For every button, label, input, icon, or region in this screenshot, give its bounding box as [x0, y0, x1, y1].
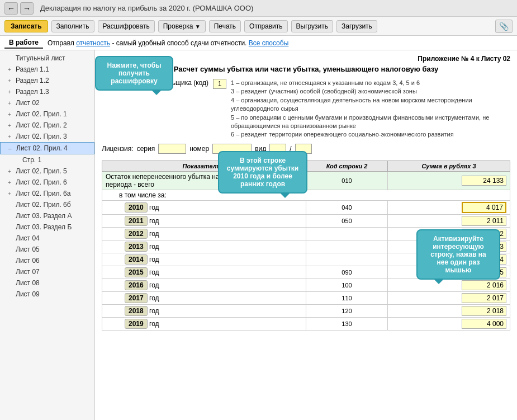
status-otprav: Отправл — [48, 39, 74, 47]
sidebar: Титульный лист+Раздел 1.1+Раздел 1.2+Раз… — [0, 50, 95, 420]
back-button[interactable]: ← — [4, 2, 18, 15]
year-unit-2010: год — [149, 204, 159, 211]
sidebar-item-list02pril6b[interactable]: Лист 02. Прил. 6б — [0, 199, 94, 210]
sidebar-item-razdel12[interactable]: +Раздел 1.2 — [0, 75, 94, 86]
year-row-value-2018[interactable] — [388, 304, 510, 317]
year-unit-2013: год — [149, 243, 159, 251]
rasshifrovat-button[interactable]: Расшифровать — [98, 20, 155, 32]
sidebar-label-list02pril4: Лист 02. Прил. 4 — [16, 144, 68, 152]
content-area: Нажмите, чтобы получить расшифровку Прил… — [95, 50, 517, 420]
year-row-value-2019[interactable] — [388, 317, 510, 330]
main-row-value[interactable] — [388, 171, 510, 190]
sidebar-item-list02pril6[interactable]: +Лист 02. Прил. 6 — [0, 177, 94, 188]
year-badge-2012: 2012 — [125, 229, 148, 239]
year-unit-2018: год — [149, 307, 159, 315]
licenziya-seriya-input[interactable] — [158, 144, 186, 154]
priznak-input[interactable] — [213, 79, 226, 89]
table-row-year-2010[interactable]: 2010 год 040 — [102, 200, 510, 214]
year-input-2019[interactable] — [462, 319, 506, 329]
sidebar-item-titulny[interactable]: Титульный лист — [0, 53, 94, 64]
forward-button[interactable]: → — [20, 2, 34, 15]
attachment-button[interactable]: 📎 — [495, 20, 513, 33]
sidebar-item-list09[interactable]: Лист 09 — [0, 289, 94, 300]
vygruzit-button[interactable]: Выгрузить — [291, 20, 334, 32]
table-row-year-2016[interactable]: 2016 год 100 — [102, 279, 510, 291]
year-row-code-2017: 110 — [306, 291, 388, 304]
sidebar-label-list03razdelA: Лист 03. Раздел А — [16, 212, 72, 220]
priznak-desc-item: 5 – по операциям с ценными бумагами и пр… — [231, 114, 510, 131]
sidebar-item-list03razdelB[interactable]: Лист 03. Раздел Б — [0, 221, 94, 233]
sidebar-item-list02pril5[interactable]: +Лист 02. Прил. 5 — [0, 166, 94, 177]
sidebar-label-razdel11: Раздел 1.1 — [16, 65, 49, 73]
year-row-label-2010: 2010 год — [102, 200, 306, 214]
sidebar-item-razdel11[interactable]: +Раздел 1.1 — [0, 64, 94, 75]
all-ways-link[interactable]: Все способы — [249, 39, 289, 47]
expand-icon-razdel11: + — [8, 67, 13, 73]
priznak-desc-item: 1 – организация, не относящаяся к указан… — [231, 79, 510, 87]
year-row-code-2018: 120 — [306, 304, 388, 317]
form-title: Расчет суммы убытка или части убытка, ум… — [174, 65, 439, 73]
main-row-code: 010 — [306, 171, 388, 190]
year-input-2011[interactable] — [462, 216, 506, 226]
tooltip-rasshifrovat: Нажмите, чтобы получить расшифровку — [95, 56, 173, 91]
sidebar-label-list06: Лист 06 — [16, 257, 40, 265]
year-badge-2019: 2019 — [125, 319, 148, 329]
expand-icon-list02: + — [8, 100, 13, 106]
sidebar-item-str1[interactable]: Стр. 1 — [0, 154, 94, 166]
sidebar-item-list08[interactable]: Лист 08 — [0, 277, 94, 289]
status-tab-v-rabote[interactable]: В работе — [4, 37, 43, 49]
zagruzit-button[interactable]: Загрузить — [336, 20, 377, 32]
table-row-year-2017[interactable]: 2017 год 110 — [102, 291, 510, 304]
year-badge-2018: 2018 — [125, 306, 148, 316]
sidebar-item-list02pril1[interactable]: +Лист 02. Прил. 1 — [0, 108, 94, 120]
status-desc: отчетность - самый удобный способ сдачи … — [74, 39, 289, 47]
main-row-input[interactable] — [462, 176, 506, 186]
expand-icon-list02pril1: + — [8, 111, 13, 117]
year-input-2010[interactable] — [462, 202, 506, 213]
table-row-year-2019[interactable]: 2019 год 130 — [102, 317, 510, 330]
main-layout: Титульный лист+Раздел 1.1+Раздел 1.2+Раз… — [0, 50, 517, 420]
expand-icon-list02pril2: + — [8, 122, 13, 129]
sidebar-label-list02pril2: Лист 02. Прил. 2 — [16, 121, 67, 129]
sidebar-label-list04: Лист 04 — [16, 234, 40, 242]
year-row-value-2016[interactable] — [388, 279, 510, 291]
sidebar-label-list03razdelB: Лист 03. Раздел Б — [16, 223, 72, 231]
sidebar-item-list03razdelA[interactable]: Лист 03. Раздел А — [0, 210, 94, 221]
sidebar-item-list02[interactable]: +Лист 02 — [0, 97, 94, 108]
year-input-2017[interactable] — [462, 293, 506, 303]
appendix-header: Приложение № 4 к Листу 02 — [418, 55, 510, 63]
proverka-button[interactable]: Проверка ▼ — [158, 20, 206, 32]
sidebar-label-list07: Лист 07 — [16, 268, 40, 276]
year-input-2018[interactable] — [462, 306, 506, 316]
year-row-value-2010[interactable] — [388, 200, 510, 214]
year-row-value-2011[interactable] — [388, 214, 510, 227]
pechat-button[interactable]: Печать — [209, 20, 241, 32]
sidebar-item-list06[interactable]: Лист 06 — [0, 255, 94, 266]
year-row-label-2013: 2013 год — [102, 240, 306, 253]
year-row-value-2017[interactable] — [388, 291, 510, 304]
zapisat-button[interactable]: Записать — [4, 20, 48, 32]
sidebar-label-list02pril6: Лист 02. Прил. 6 — [16, 178, 67, 186]
zapolnit-button[interactable]: Заполнить — [51, 20, 94, 32]
sidebar-item-list02pril2[interactable]: +Лист 02. Прил. 2 — [0, 120, 94, 131]
otpravit-button[interactable]: Отправить — [244, 20, 288, 32]
sidebar-label-razdel13: Раздел 1.3 — [16, 88, 49, 96]
year-input-2016[interactable] — [462, 280, 506, 290]
sidebar-item-list05[interactable]: Лист 05 — [0, 244, 94, 255]
col2-header: Код строки 2 — [306, 161, 388, 171]
otchetnost-link[interactable]: отчетность — [76, 39, 110, 47]
priznak-descriptions: 1 – организация, не относящаяся к указан… — [231, 79, 510, 139]
year-unit-2014: год — [149, 256, 159, 263]
sidebar-item-list02pril4[interactable]: –Лист 02. Прил. 4 — [0, 142, 94, 154]
sidebar-item-razdel13[interactable]: +Раздел 1.3 — [0, 86, 94, 97]
table-row-year-2018[interactable]: 2018 год 120 — [102, 304, 510, 317]
sidebar-item-list04[interactable]: Лист 04 — [0, 233, 94, 244]
sidebar-item-list02pril3[interactable]: +Лист 02. Прил. 3 — [0, 131, 94, 142]
sidebar-item-list07[interactable]: Лист 07 — [0, 266, 94, 277]
year-unit-2015: год — [149, 268, 159, 276]
sidebar-label-list05: Лист 05 — [16, 246, 40, 253]
licenziya-label: Лицензия: — [102, 145, 134, 153]
sidebar-item-list02pril6a[interactable]: +Лист 02. Прил. 6а — [0, 188, 94, 199]
table-row-year-2011[interactable]: 2011 год 050 — [102, 214, 510, 227]
year-badge-2010: 2010 — [125, 202, 148, 213]
